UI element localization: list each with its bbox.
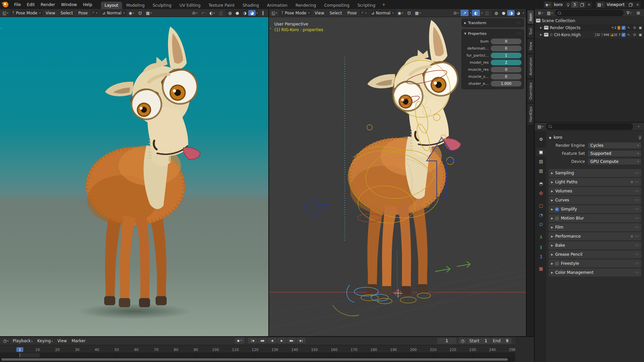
tab-object[interactable]: ▢ <box>536 201 546 210</box>
sidebar-tab[interactable]: Tool <box>528 25 534 38</box>
outliner-row-render-objects[interactable]: ▶ Render Objects ☀2 ◙ ✓ ↖ ⊙ ▣ <box>535 24 644 31</box>
hide-render-icon[interactable]: ▣ <box>638 33 643 37</box>
scene-pin-button[interactable] <box>565 1 571 8</box>
drag-handle-icon[interactable]: ∷∷ <box>635 217 639 220</box>
outliner-filter-button[interactable]: ∇▾ <box>625 10 633 16</box>
tab-object-data[interactable]: λ <box>536 233 546 241</box>
ruler-tick[interactable]: 10 <box>35 348 40 352</box>
rig-property-value[interactable]: 0 <box>491 74 522 79</box>
collapsible-panel[interactable]: ▶ ✓ Motion Blur ≣∷∷ <box>549 214 641 222</box>
mode-dropdown[interactable]: ᛉPose Mode▾ <box>10 10 43 16</box>
pause-render-button[interactable]: ‖ <box>259 10 267 16</box>
end-frame-field[interactable]: 9 <box>503 339 512 343</box>
tab-bone-constraints[interactable]: ʒ <box>536 251 546 260</box>
scene-copy-button[interactable] <box>578 1 586 8</box>
playhead[interactable] <box>19 353 20 357</box>
jump-to-start-button[interactable]: |◀ <box>248 338 257 344</box>
shading-wireframe-button[interactable]: ◍ <box>226 10 233 16</box>
pin-icon[interactable] <box>638 135 641 139</box>
pivot-point-dropdown[interactable]: ◉▾ <box>127 10 136 16</box>
rig-property-value[interactable]: 1.000 <box>491 81 522 86</box>
ruler-tick[interactable]: 130 <box>271 348 278 352</box>
jump-to-end-button[interactable]: ▶| <box>297 338 306 344</box>
ruler-tick[interactable]: 30 <box>75 348 79 352</box>
stopwatch-icon[interactable]: ◷ <box>459 339 467 343</box>
app-menu-item[interactable]: Window <box>58 0 80 9</box>
select-menu[interactable]: Select <box>327 11 344 15</box>
timeline-track[interactable] <box>0 353 515 357</box>
expand-arrow-icon[interactable]: ▶ <box>539 33 543 36</box>
shading-rendered-button[interactable]: ◕ <box>248 10 256 16</box>
ruler-tick[interactable]: 100 <box>212 348 219 352</box>
ruler-tick[interactable]: 210 <box>430 348 436 352</box>
collapsible-panel[interactable]: ▶ ✓ Curves ≣∷∷ <box>549 196 641 204</box>
timeline-view-menu[interactable]: View <box>55 339 69 343</box>
app-menu-item[interactable]: Help <box>80 0 95 9</box>
snap-settings-dropdown[interactable]: ▦▾ <box>414 10 422 16</box>
panel-list-icon[interactable]: ≣ <box>631 235 633 238</box>
scene-name[interactable]: koro <box>552 2 565 7</box>
app-menu-item[interactable]: Render <box>38 0 58 9</box>
snap-toggle[interactable]: Ω <box>405 10 413 16</box>
app-menu-item[interactable]: File <box>11 0 24 9</box>
xray-toggle[interactable]: ◫ <box>217 10 225 16</box>
selectable-icon[interactable]: ↖ <box>627 33 631 37</box>
workspace-tab[interactable]: Texture Paint <box>205 2 238 9</box>
drag-handle-icon[interactable]: ∷∷ <box>517 32 521 35</box>
falloff-dropdown[interactable]: ◜▾ <box>360 10 368 16</box>
gizmos-toggle[interactable]: ↗▾ <box>199 10 207 16</box>
collapsible-panel[interactable]: ▶ ✓ Light Paths ≣∷∷ <box>549 178 641 186</box>
add-workspace-button[interactable]: + <box>379 1 388 8</box>
pivot-point-dropdown[interactable]: ◉▾ <box>396 10 405 16</box>
drag-handle-icon[interactable]: ∷∷ <box>635 189 639 193</box>
timeline-editor-type-button[interactable]: ◷▾ <box>2 338 10 344</box>
sidebar-tab[interactable]: Animation <box>528 55 534 78</box>
rig-property-value[interactable]: 1 <box>491 53 522 58</box>
tab-scene[interactable]: ◓ <box>536 179 546 188</box>
collapsible-panel[interactable]: ▶ ✓ Freestyle ≣∷∷ <box>549 259 641 267</box>
collapsible-panel[interactable]: ▶ ✓ Sampling ≣∷∷ <box>549 169 641 177</box>
frame-ruler[interactable]: 1102030405060708090100110120130140150160… <box>0 345 515 353</box>
view-layer-remove-button[interactable]: × <box>634 2 641 7</box>
shading-material-button[interactable]: ◑ <box>507 10 515 16</box>
mode-dropdown[interactable]: ᛉPose Mode▾ <box>279 10 312 16</box>
ruler-tick[interactable]: 110 <box>232 348 239 352</box>
workspace-tab[interactable]: Compositing <box>320 2 353 9</box>
object-visibility-dropdown[interactable]: ⊙▾ <box>452 10 460 16</box>
xray-toggle[interactable]: ◫ <box>483 10 491 16</box>
tab-tool[interactable]: ⚙ <box>536 135 546 143</box>
tab-render[interactable]: ▣ <box>536 147 546 156</box>
drag-handle-icon[interactable]: ∷∷ <box>635 271 639 274</box>
hide-viewport-icon[interactable]: ⊙ <box>632 26 637 29</box>
shading-solid-button[interactable]: ● <box>500 10 507 16</box>
panel-checkbox[interactable]: ✓ <box>555 262 559 265</box>
tab-world[interactable]: ◍ <box>536 188 546 197</box>
workspace-tab[interactable]: Modeling <box>123 2 149 9</box>
ruler-tick[interactable]: 160 <box>331 348 337 352</box>
drag-handle-icon[interactable]: ∷∷ <box>635 171 639 175</box>
gizmos-toggle[interactable]: ↗ <box>461 10 469 16</box>
rig-property-value[interactable]: 0 <box>491 46 522 51</box>
collapsible-panel[interactable]: ▶ ✓ Color Management ≣∷∷ <box>549 268 641 277</box>
select-menu[interactable]: Select <box>58 11 75 15</box>
object-visibility-dropdown[interactable]: ⊙▾ <box>191 10 199 16</box>
toolbar-expand-icon[interactable]: › <box>270 26 271 31</box>
editor-type-button[interactable]: ◱▾ <box>270 10 278 16</box>
hide-viewport-icon[interactable]: ⊙ <box>632 33 637 37</box>
prev-keyframe-button[interactable]: ◀◆ <box>258 338 267 344</box>
ruler-tick[interactable]: 150 <box>311 348 318 352</box>
ruler-tick[interactable]: 200 <box>410 348 417 352</box>
collapse-arrow-icon[interactable]: ‹ <box>513 347 515 351</box>
tab-output[interactable]: ▤ <box>536 157 546 166</box>
expand-arrow-icon[interactable]: ▶ <box>539 26 543 29</box>
properties-search-input[interactable] <box>546 123 633 130</box>
scene-users-count[interactable]: 3 <box>571 1 578 8</box>
workspace-tab[interactable]: Sculpting <box>149 2 175 9</box>
shading-material-button[interactable]: ◑ <box>241 10 248 16</box>
field-value-dropdown[interactable]: GPU Compute▾ <box>588 158 641 165</box>
field-value-dropdown[interactable]: Cycles▾ <box>588 142 641 149</box>
transform-orientation-dropdown[interactable]: ⊿Normal▾ <box>369 10 396 16</box>
scene-unlink-button[interactable]: × <box>586 2 592 7</box>
editor-type-button[interactable]: ◱▾ <box>1 10 9 16</box>
current-frame-field[interactable]: 1 <box>437 338 457 344</box>
